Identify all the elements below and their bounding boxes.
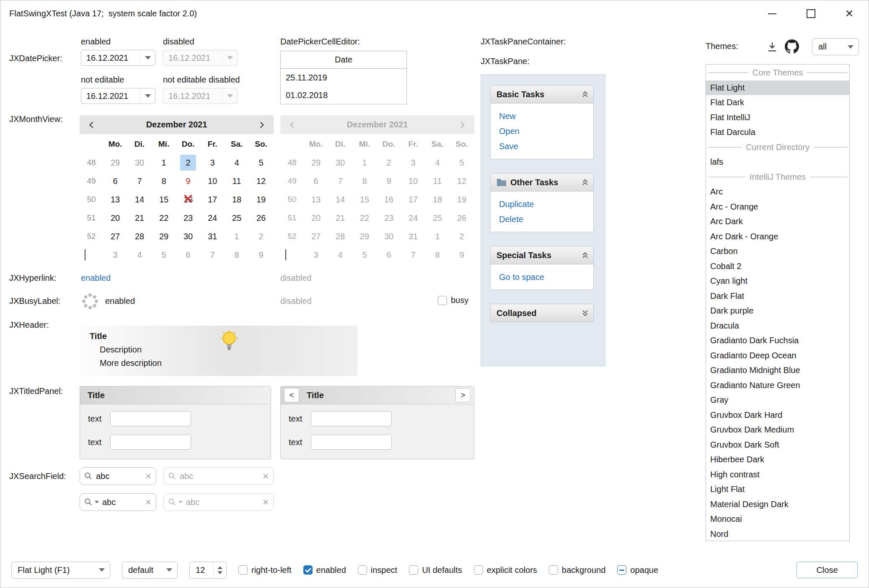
download-icon[interactable]	[766, 41, 778, 53]
calendar-day[interactable]: 3	[103, 246, 127, 264]
minimize-button[interactable]	[753, 0, 791, 27]
checkbox-ui-defaults[interactable]: UI defaults	[409, 565, 462, 575]
calendar-day[interactable]: 7	[127, 172, 152, 190]
calendar-day[interactable]: 4	[127, 246, 152, 264]
calendar-day[interactable]: 6	[176, 246, 200, 264]
theme-list-item[interactable]: lafs	[706, 155, 849, 170]
theme-list-item[interactable]: Gruvbox Dark Medium	[706, 422, 849, 438]
calendar-day[interactable]: 19	[249, 190, 273, 209]
calendar-day[interactable]: 23	[176, 209, 200, 227]
calendar-day[interactable]: 26	[249, 209, 273, 227]
theme-list-item[interactable]: Arc - Orange	[706, 199, 849, 215]
taskpane-link[interactable]: Delete	[499, 212, 593, 227]
checkbox-box[interactable]	[358, 565, 367, 575]
theme-list-item[interactable]: Arc Dark	[706, 214, 849, 229]
datepicker-not-editable[interactable]: 16.12.2021	[81, 88, 155, 104]
theme-list-item[interactable]: Nord	[706, 527, 849, 541]
calendar-day[interactable]: 13	[103, 190, 127, 209]
style-combobox[interactable]: default	[122, 562, 178, 579]
table-row[interactable]: 01.02.2018	[281, 86, 406, 104]
calendar-day[interactable]: 27	[103, 227, 127, 246]
calendar-day[interactable]: 18	[225, 190, 249, 209]
calendar-day[interactable]: 17	[200, 190, 225, 209]
hyperlink-enabled[interactable]: enabled	[81, 273, 111, 283]
themes-filter-combobox[interactable]: all	[812, 38, 859, 55]
text-field[interactable]	[110, 435, 191, 450]
checkbox-opaque[interactable]: opaque	[617, 565, 658, 575]
theme-list-item[interactable]: Gradianto Nature Green	[706, 378, 849, 393]
search-field[interactable]: ✕	[80, 467, 156, 485]
calendar-day[interactable]: 15	[152, 190, 176, 209]
checkbox-background[interactable]: background	[549, 565, 606, 575]
calendar-day[interactable]: 22	[152, 209, 176, 227]
taskpane-title[interactable]: Collapsed	[490, 304, 594, 322]
taskpane-link[interactable]: Duplicate	[499, 197, 593, 212]
prev-month-button[interactable]	[80, 121, 103, 129]
calendar-day[interactable]: 6	[103, 172, 127, 190]
theme-list-item[interactable]: Arc Dark - Orange	[706, 229, 849, 244]
theme-list-item[interactable]: Cyan light	[706, 274, 849, 289]
calendar-day[interactable]: 25	[225, 209, 249, 227]
calendar-day[interactable]: 14	[127, 190, 152, 209]
calendar-day[interactable]: 7	[200, 246, 225, 264]
taskpane-link[interactable]: Save	[499, 139, 593, 154]
collapse-icon[interactable]	[582, 252, 588, 259]
table-row[interactable]: 25.11.2019	[281, 69, 406, 86]
taskpane-link[interactable]: Open	[499, 124, 593, 139]
search-menu-caret-icon[interactable]	[95, 501, 99, 503]
text-field[interactable]	[311, 435, 392, 450]
laf-combobox[interactable]: Flat Light (F1)	[11, 562, 110, 579]
calendar-day[interactable]: 21	[127, 209, 152, 227]
checkbox-box[interactable]	[549, 565, 558, 575]
next-month-button[interactable]	[250, 121, 274, 129]
theme-list-item[interactable]: Monocai	[706, 512, 849, 527]
calendar-day[interactable]: 29	[103, 153, 127, 172]
taskpane-title[interactable]: Special Tasks	[490, 246, 594, 264]
expand-icon[interactable]	[582, 310, 588, 316]
spinner-buttons[interactable]	[213, 562, 226, 578]
theme-list-item[interactable]: Dracula	[706, 319, 849, 334]
theme-list-item[interactable]: Gradianto Deep Ocean	[706, 348, 849, 363]
calendar-day[interactable]: 1	[152, 153, 176, 172]
theme-list-item[interactable]: Flat Darcula	[706, 125, 849, 140]
calendar-day[interactable]: 11	[225, 172, 249, 190]
text-field[interactable]	[311, 411, 392, 426]
maximize-button[interactable]	[791, 0, 830, 27]
theme-list-item[interactable]: Flat Light	[706, 80, 849, 96]
theme-list-item[interactable]: Gray	[706, 393, 849, 408]
calendar-day[interactable]: 2	[249, 227, 273, 246]
datepicker-value[interactable]: 16.12.2021	[81, 53, 140, 63]
next-button[interactable]: >	[455, 388, 471, 402]
spinner-value[interactable]: 12	[190, 565, 213, 575]
datepicker-dropdown-button[interactable]	[140, 88, 155, 104]
calendar-day[interactable]: 30	[176, 227, 200, 246]
search-input[interactable]	[102, 497, 142, 507]
calendar-day[interactable]: 29	[152, 227, 176, 246]
collapse-icon[interactable]	[582, 179, 588, 186]
font-size-spinner[interactable]: 12	[189, 562, 227, 579]
calendar-day[interactable]: 1	[225, 227, 249, 246]
calendar-day[interactable]: 10	[200, 172, 225, 190]
theme-list-item[interactable]: Material Design Dark	[706, 497, 849, 512]
theme-list-item[interactable]: Hiberbee Dark	[706, 452, 849, 467]
taskpane-title[interactable]: Basic Tasks	[490, 85, 594, 104]
taskpane-link[interactable]: Go to space	[499, 269, 593, 285]
theme-list-item[interactable]: Gruvbox Dark Hard	[706, 408, 849, 423]
search-input[interactable]	[96, 471, 142, 481]
calendar-day[interactable]: 5	[152, 246, 176, 264]
calendar-day[interactable]: 12	[249, 172, 273, 190]
theme-list-item[interactable]: Flat Dark	[706, 95, 849, 110]
theme-list-item[interactable]: Cobalt 2	[706, 259, 849, 274]
text-field[interactable]	[110, 411, 191, 426]
github-icon[interactable]	[785, 39, 799, 54]
checkbox-box[interactable]	[238, 565, 248, 575]
checkbox-enabled[interactable]: enabled	[303, 565, 346, 575]
calendar-day[interactable]: 30	[127, 153, 152, 172]
theme-list-item[interactable]: Flat IntelliJ	[706, 110, 849, 125]
checkbox-box[interactable]	[409, 565, 418, 575]
theme-list-item[interactable]: Carbon	[706, 244, 849, 259]
theme-list-item[interactable]: Dark purple	[706, 303, 849, 319]
datepicker-enabled[interactable]: 16.12.2021	[81, 50, 155, 66]
checkbox-explicit-colors[interactable]: explicit colors	[474, 565, 537, 575]
calendar-day[interactable]: 8	[152, 172, 176, 190]
